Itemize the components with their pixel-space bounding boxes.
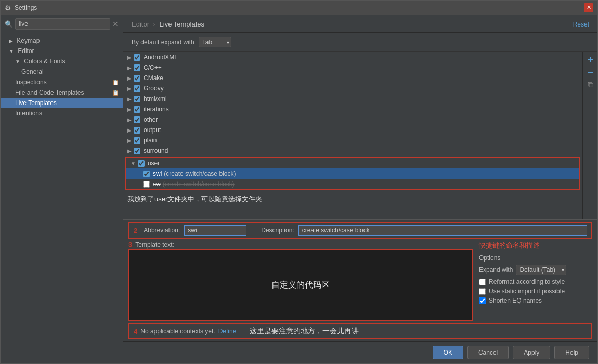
sidebar-tree: ▶ Keymap ▼ Editor ▼ Colors & Fonts Gener… bbox=[1, 33, 123, 363]
sidebar-item-label: Colors & Fonts bbox=[24, 58, 65, 65]
group-cpp-header[interactable]: ▶ C/C++ bbox=[123, 62, 582, 73]
main-header: Editor › Live Templates Reset bbox=[123, 15, 597, 33]
group-cmake: ▶ CMake bbox=[123, 73, 582, 83]
marker-2: 2 bbox=[134, 227, 137, 235]
sidebar-item-editor[interactable]: ▼ Editor bbox=[1, 46, 123, 56]
bottom-panel: 2 Abbreviation: Description: 3 Template … bbox=[123, 219, 597, 341]
template-name: sw bbox=[153, 180, 161, 188]
sidebar: 🔍 ✕ ▶ Keymap ▼ Editor ▼ Colors & Fonts bbox=[1, 15, 123, 363]
search-input[interactable] bbox=[15, 18, 110, 30]
sidebar-item-keymap[interactable]: ▶ Keymap bbox=[1, 35, 123, 46]
context-define-link[interactable]: Define bbox=[218, 328, 237, 335]
breadcrumb: Editor › Live Templates bbox=[132, 20, 204, 28]
group-label: plain bbox=[144, 137, 157, 144]
expand-with-row: Expand with Default (Tab) Tab Space bbox=[479, 265, 592, 275]
template-item-swi[interactable]: swi (create switch/case block) bbox=[126, 168, 579, 179]
close-button[interactable]: ✕ bbox=[584, 3, 593, 12]
group-arrow-icon: ▶ bbox=[127, 86, 132, 92]
templates-list: ▶ AndroidXML ▶ C/C++ bbox=[123, 52, 583, 219]
breadcrumb-arrow: › bbox=[153, 20, 155, 28]
sidebar-item-intentions[interactable]: Intentions bbox=[1, 108, 123, 119]
template-text-area[interactable]: 自定义的代码区 bbox=[128, 249, 473, 321]
group-arrow-icon: ▶ bbox=[127, 55, 132, 60]
template-name: swi bbox=[153, 170, 162, 177]
arrow-icon: ▶ bbox=[9, 38, 13, 44]
shorten-eq-checkbox[interactable] bbox=[479, 297, 486, 304]
group-label: other bbox=[144, 116, 158, 123]
sidebar-item-colors-fonts[interactable]: ▼ Colors & Fonts bbox=[1, 56, 123, 67]
group-html-xml-checkbox[interactable] bbox=[134, 96, 140, 102]
reformat-checkbox[interactable] bbox=[479, 279, 486, 285]
expand-row: By default expand with Tab Space Enter bbox=[123, 33, 597, 52]
group-output: ▶ output bbox=[123, 125, 582, 135]
sidebar-item-inspections[interactable]: Inspections 📋 bbox=[1, 77, 123, 87]
expand-dropdown[interactable]: Tab Space Enter bbox=[199, 37, 231, 47]
group-plain-checkbox[interactable] bbox=[134, 137, 140, 144]
group-groovy-checkbox[interactable] bbox=[134, 85, 140, 92]
main-content: 🔍 ✕ ▶ Keymap ▼ Editor ▼ Colors & Fonts bbox=[1, 15, 597, 363]
template-item-sw[interactable]: sw (create switch/case block) bbox=[126, 179, 579, 189]
group-cmake-header[interactable]: ▶ CMake bbox=[123, 73, 582, 83]
cancel-button[interactable]: Cancel bbox=[467, 346, 509, 359]
reformat-check-row: Reformat according to style bbox=[479, 278, 592, 285]
group-groovy: ▶ Groovy bbox=[123, 83, 582, 94]
ok-button[interactable]: OK bbox=[433, 346, 463, 359]
sidebar-item-label: File and Code Templates bbox=[15, 89, 84, 96]
group-arrow-icon: ▶ bbox=[127, 65, 132, 71]
clipboard-icon: 📋 bbox=[112, 80, 119, 85]
group-cpp-checkbox[interactable] bbox=[134, 64, 140, 71]
group-user-checkbox[interactable] bbox=[138, 160, 145, 167]
group-html-xml-header[interactable]: ▶ html/xml bbox=[123, 94, 582, 104]
group-user-header[interactable]: ▼ user bbox=[126, 158, 579, 168]
copy-template-button[interactable]: ⧉ bbox=[584, 79, 596, 90]
remove-template-button[interactable]: − bbox=[584, 67, 596, 78]
group-output-checkbox[interactable] bbox=[134, 127, 140, 134]
group-androidxml-header[interactable]: ▶ AndroidXML bbox=[123, 52, 582, 62]
template-text-section: 3 Template text: 自定义的代码区 快捷键的命名和描述 Optio… bbox=[123, 241, 597, 321]
group-other-checkbox[interactable] bbox=[134, 116, 140, 123]
context-text: No applicable contexts yet. bbox=[140, 328, 215, 335]
window-title: Settings bbox=[15, 4, 37, 11]
options-expand-dropdown[interactable]: Default (Tab) Tab Space bbox=[516, 265, 566, 275]
templates-area: ▶ AndroidXML ▶ C/C++ bbox=[123, 52, 597, 219]
sidebar-actions: + − ⧉ bbox=[583, 52, 597, 219]
group-plain: ▶ plain bbox=[123, 135, 582, 146]
group-label: CMake bbox=[144, 74, 163, 82]
sidebar-item-live-templates[interactable]: Live Templates bbox=[1, 98, 123, 108]
group-groovy-header[interactable]: ▶ Groovy bbox=[123, 83, 582, 94]
sidebar-item-label: General bbox=[21, 68, 44, 75]
context-note: 这里是要注意的地方，一会儿再讲 bbox=[250, 327, 359, 336]
add-template-button[interactable]: + bbox=[584, 54, 596, 66]
expand-label: By default expand with bbox=[132, 38, 194, 46]
group-output-header[interactable]: ▶ output bbox=[123, 125, 582, 135]
group-other: ▶ other bbox=[123, 114, 582, 125]
group-surround-header[interactable]: ▶ surround bbox=[123, 146, 582, 156]
template-swi-checkbox[interactable] bbox=[143, 171, 150, 177]
group-label: surround bbox=[144, 147, 168, 154]
apply-button[interactable]: Apply bbox=[513, 346, 550, 359]
sidebar-item-general[interactable]: General bbox=[1, 67, 123, 77]
main-panel: Editor › Live Templates Reset By default… bbox=[123, 15, 597, 363]
description-input[interactable] bbox=[298, 225, 587, 236]
group-iterations-header[interactable]: ▶ iterations bbox=[123, 104, 582, 114]
abbreviation-input[interactable] bbox=[184, 225, 246, 236]
search-clear-icon[interactable]: ✕ bbox=[112, 20, 119, 28]
reset-link[interactable]: Reset bbox=[573, 21, 589, 28]
marker-4: 4 bbox=[134, 328, 137, 335]
sidebar-item-file-code-templates[interactable]: File and Code Templates 📋 bbox=[1, 87, 123, 98]
template-text-left: 3 Template text: 自定义的代码区 bbox=[128, 241, 473, 321]
group-iterations-checkbox[interactable] bbox=[134, 106, 140, 113]
group-cmake-checkbox[interactable] bbox=[134, 75, 140, 82]
group-androidxml-checkbox[interactable] bbox=[134, 54, 140, 61]
template-sw-checkbox[interactable] bbox=[143, 181, 150, 188]
group-surround-checkbox[interactable] bbox=[134, 148, 140, 154]
group-arrow-icon: ▶ bbox=[127, 117, 132, 123]
abbreviation-label: Abbreviation: bbox=[144, 227, 180, 234]
expand-dropdown-wrap: Tab Space Enter bbox=[199, 37, 231, 47]
group-user: ▼ user swi (create switch/case block) bbox=[125, 157, 580, 190]
group-plain-header[interactable]: ▶ plain bbox=[123, 135, 582, 146]
static-import-checkbox[interactable] bbox=[479, 288, 486, 295]
template-text-content: 自定义的代码区 bbox=[271, 280, 330, 291]
group-other-header[interactable]: ▶ other bbox=[123, 114, 582, 125]
help-button[interactable]: Help bbox=[554, 346, 589, 359]
